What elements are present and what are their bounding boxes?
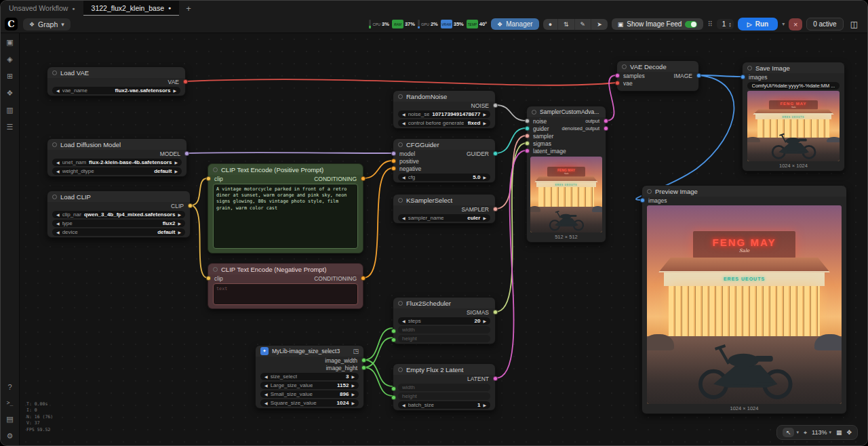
widget-control-before-generate[interactable]: ◀ control before generate fixed ▶ <box>398 119 490 127</box>
arrow-right-icon[interactable]: ▶ <box>483 319 486 323</box>
widget-weight-dtype[interactable]: ◀ weight_dtype default ▶ <box>52 167 182 175</box>
widget-batch-size[interactable]: ◀ batch_size 1 ▶ <box>398 401 490 409</box>
arrow-left-icon[interactable]: ◀ <box>264 392 268 397</box>
node-header[interactable]: Preview Image <box>642 186 846 197</box>
collapse-dot-icon[interactable] <box>398 198 403 203</box>
arrow-right-icon[interactable]: ▶ <box>351 392 355 397</box>
widget-unet-name[interactable]: ◀ unet_name flux-2-klein-base-4b.safeten… <box>52 159 182 166</box>
port-images-input[interactable] <box>741 75 745 79</box>
zoom-level-dropdown[interactable]: 113% ▾ <box>812 429 831 436</box>
arrow-right-icon[interactable]: ▶ <box>483 403 486 407</box>
arrow-right-icon[interactable]: ▶ <box>174 161 178 165</box>
node-header[interactable]: Load VAE <box>47 67 185 78</box>
port-sigmas-output[interactable] <box>493 310 498 315</box>
arrow-left-icon[interactable]: ◀ <box>402 216 406 220</box>
port-height-input[interactable] <box>391 395 396 400</box>
port-image-width-output[interactable] <box>361 358 366 363</box>
widget-size-select[interactable]: ◀ size_select 3 ▶ <box>260 373 359 380</box>
collapse-dot-icon[interactable] <box>532 110 536 115</box>
port-samples-input[interactable] <box>615 73 620 78</box>
collapse-dot-icon[interactable] <box>398 367 403 372</box>
widget-small-size-value[interactable]: ◀ Small_size_value 896 ▶ <box>260 390 359 398</box>
comfyui-logo[interactable]: C <box>5 18 18 31</box>
port-model-output[interactable] <box>184 151 189 156</box>
widget-filename-prefix[interactable]: ComfyUI/%date:yyyy%-%date:MM ... <box>747 82 840 89</box>
node-sampler-custom-advanced[interactable]: SamplerCustomAdva... noise output guider… <box>526 106 606 243</box>
arrow-right-icon[interactable]: ▶ <box>351 401 355 405</box>
collapse-dot-icon[interactable] <box>647 189 652 194</box>
edit-icon[interactable]: ✎ <box>575 19 592 30</box>
node-load-diffusion-model[interactable]: Load Diffusion Model MODEL ◀ unet_name f… <box>47 138 187 177</box>
model-library-icon[interactable]: ❖ <box>7 89 14 97</box>
arrow-left-icon[interactable]: ◀ <box>402 113 406 117</box>
node-vae-decode[interactable]: VAE Decode samples IMAGE vae <box>616 60 699 92</box>
port-width-input[interactable] <box>391 329 396 333</box>
grip-icon[interactable]: ⠿ <box>707 20 712 28</box>
widget-device[interactable]: ◀ device default ▶ <box>52 228 185 236</box>
port-latent-output[interactable] <box>493 376 498 381</box>
pointer-tool-icon[interactable]: ↖ <box>783 428 795 437</box>
status-dot-icon[interactable]: ● <box>543 19 558 30</box>
node-header[interactable]: Save Image <box>743 62 844 73</box>
run-options-caret-icon[interactable]: ▾ <box>782 21 785 27</box>
show-image-feed-button[interactable]: ▣ Show Image Feed <box>612 18 704 30</box>
minimap-toggle-icon[interactable]: ▦ <box>836 429 842 436</box>
port-output-output[interactable] <box>604 119 608 123</box>
graph-dropdown[interactable]: ❖ Graph ▾ <box>23 18 71 31</box>
arrow-right-icon[interactable]: ▶ <box>483 121 486 125</box>
sampler-preview-image[interactable]: FENG MAYSale ERES UEOUTS <box>530 157 602 232</box>
arrow-left-icon[interactable]: ◀ <box>56 89 60 93</box>
node-header[interactable]: Flux2Scheduler <box>393 298 495 308</box>
port-latent-image-input[interactable] <box>525 148 530 153</box>
arrow-left-icon[interactable]: ◀ <box>264 384 268 388</box>
widget-sampler-name[interactable]: ◀ sampler_name euler ▶ <box>398 214 490 222</box>
pointer-tool-caret-icon[interactable]: ▾ <box>796 430 799 435</box>
collapse-dot-icon[interactable] <box>622 64 627 69</box>
node-mylib-image-size-select[interactable]: ✦ MyLib-image_size_select3 ◳ image_width… <box>255 345 364 409</box>
arrow-right-icon[interactable]: ▶ <box>483 176 486 180</box>
port-images-input[interactable] <box>640 198 645 203</box>
port-negative-input[interactable] <box>391 166 396 171</box>
new-tab-button[interactable]: + <box>179 1 198 16</box>
positive-prompt-textarea[interactable]: A vintage motorcycle parked in front of … <box>213 184 358 249</box>
arrow-left-icon[interactable]: ◀ <box>56 161 60 165</box>
collapse-dot-icon[interactable] <box>52 142 57 147</box>
arrow-left-icon[interactable]: ◀ <box>56 213 60 217</box>
widget-square-size-value[interactable]: ◀ Square_size_value 1024 ▶ <box>260 399 359 407</box>
port-conditioning-output[interactable] <box>361 276 366 281</box>
node-save-image[interactable]: Save Image images ComfyUI/%date:yyyy%-%d… <box>742 62 845 171</box>
arrow-right-icon[interactable]: ▶ <box>351 375 355 379</box>
port-noise-output[interactable] <box>493 103 498 108</box>
settings-gear-icon[interactable]: ⚙ <box>7 432 14 440</box>
node-random-noise[interactable]: RandomNoise NOISE ◀ noise_seed 107173949… <box>393 90 496 129</box>
collapse-dot-icon[interactable] <box>52 195 57 199</box>
collapse-dot-icon[interactable] <box>747 66 752 70</box>
node-empty-flux2-latent[interactable]: Empty Flux 2 Latent LATENT width height … <box>393 363 496 411</box>
fullscreen-icon[interactable]: ✥ <box>846 429 852 436</box>
share-icon[interactable]: ➤ <box>591 19 608 30</box>
node-load-clip[interactable]: Load CLIP CLIP ◀ clip_name qwen_3_4b_fp4… <box>47 190 191 238</box>
templates-icon[interactable]: ☰ <box>7 123 14 131</box>
port-image-hight-output[interactable] <box>361 365 366 370</box>
node-load-vae[interactable]: Load VAE VAE ◀ vae_name flux2-vae.safete… <box>47 66 186 96</box>
arrow-left-icon[interactable]: ◀ <box>264 401 268 405</box>
arrow-right-icon[interactable]: ▶ <box>483 216 486 220</box>
arrow-left-icon[interactable]: ◀ <box>402 319 406 323</box>
widget-cfg[interactable]: ◀ cfg 5.0 ▶ <box>398 174 490 181</box>
arrow-left-icon[interactable]: ◀ <box>264 375 268 379</box>
manager-button[interactable]: ❖ Manager <box>491 18 539 30</box>
widget-large-size-value[interactable]: ◀ Large_size_value 1152 ▶ <box>260 382 359 389</box>
port-clip-input[interactable] <box>206 276 211 281</box>
negative-prompt-textarea[interactable]: text <box>213 283 358 305</box>
node-preview-image[interactable]: Preview Image images FENG MAYSale ERES U… <box>642 185 847 414</box>
port-sampler-input[interactable] <box>525 134 530 138</box>
arrow-left-icon[interactable]: ◀ <box>56 230 60 235</box>
arrow-right-icon[interactable]: ▶ <box>351 384 355 388</box>
node-cfg-guider[interactable]: CFGGuider model GUIDER positive negative… <box>393 138 496 183</box>
port-denoised-output[interactable] <box>604 126 608 131</box>
node-header[interactable]: VAE Decode <box>617 61 698 72</box>
node-header[interactable]: SamplerCustomAdva... <box>527 106 606 117</box>
image-feed-toggle[interactable] <box>685 21 697 28</box>
cancel-button[interactable]: × <box>789 18 802 31</box>
port-noise-input[interactable] <box>525 119 530 123</box>
